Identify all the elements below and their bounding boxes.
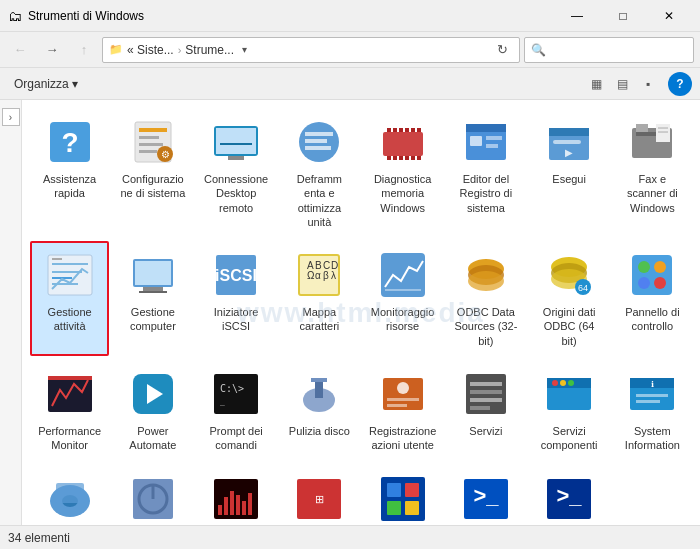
file-icon-powerautomate [127,368,179,420]
file-item-utilita-di[interactable]: Utilità di [113,465,192,525]
svg-rect-97 [470,390,502,394]
organize-button[interactable]: Organizza ▾ [8,75,84,93]
file-item-registrazione[interactable]: Registrazione azioni utente [363,360,442,461]
file-icon-psr [377,368,429,420]
file-item-mappa[interactable]: A B C D Ω α β λMappa caratteri [280,241,359,356]
help-button[interactable]: ? [668,72,692,96]
file-icon-sysinfo: ℹ [626,368,678,420]
file-icon-visualizer [210,473,262,525]
file-item-servizi-componenti[interactable]: Servizi componenti [530,360,609,461]
file-grid-container: www.html.media ?Assistenza rapida⚙Config… [22,100,700,525]
main-area: › www.html.media ?Assistenza rapida⚙Conf… [0,100,700,525]
file-label-fax: Fax e scanner di Windows [619,172,686,215]
file-item-servizi[interactable]: Servizi [446,360,525,461]
svg-rect-99 [470,406,490,410]
svg-text:>_: >_ [473,483,499,508]
close-button[interactable]: ✕ [646,0,692,32]
titlebar-title: Strumenti di Windows [28,9,554,23]
file-item-configurazione[interactable]: ⚙Configurazione di sistema [113,108,192,237]
file-item-system-info[interactable]: ℹSystem Information [613,360,692,461]
file-item-odbc32[interactable]: ODBC Data Sources (32-bit) [446,241,525,356]
sidebar-toggle[interactable]: › [2,108,20,126]
file-label-esegui: Esegui [552,172,586,186]
file-item-windows2[interactable]: Windows [363,465,442,525]
svg-rect-19 [393,128,397,132]
file-item-editor[interactable]: Editor del Registro di sistema [446,108,525,237]
toolbar: Organizza ▾ ▦ ▤ ▪ ? [0,68,700,100]
file-item-performance[interactable]: Performance Monitor [30,360,109,461]
svg-text:64: 64 [578,283,588,293]
view-controls: ▦ ▤ ▪ [584,72,660,96]
svg-text:β: β [323,270,329,281]
file-item-windows3[interactable]: >_Windows [446,465,525,525]
file-icon-fax [626,116,678,168]
svg-rect-20 [399,128,403,132]
file-item-odbc64[interactable]: 64Origini dati ODBC (64 bit) [530,241,609,356]
file-item-unita-di[interactable]: Unità di [30,465,109,525]
file-label-pannello: Pannello di controllo [619,305,686,334]
address-content: 📁 « Siste... › Strume... ▾ [109,43,491,57]
svg-text:▶: ▶ [565,147,573,158]
svg-rect-15 [305,139,327,143]
file-icon-cmd: C:\>_ [210,368,262,420]
view-large-icon-button[interactable]: ▦ [584,72,608,96]
titlebar-controls: — □ ✕ [554,0,692,32]
file-icon-remote [210,116,262,168]
file-item-gestione-computer[interactable]: Gestione computer [113,241,192,356]
file-item-pannello[interactable]: Pannello di controllo [613,241,692,356]
file-label-system-info: System Information [619,424,686,453]
svg-rect-117 [218,505,222,515]
statusbar: 34 elementi [0,525,700,549]
file-label-performance: Performance Monitor [36,424,103,453]
address-bar[interactable]: 📁 « Siste... › Strume... ▾ ↻ [102,37,520,63]
file-item-power-automate[interactable]: Power Automate [113,360,192,461]
back-button[interactable]: ← [6,36,34,64]
svg-text:?: ? [61,127,78,158]
file-item-fax[interactable]: Fax e scanner di Windows [613,108,692,237]
file-icon-util [127,473,179,525]
file-label-deframmenta: Deframm enta e ottimizza unità [286,172,353,229]
svg-rect-46 [52,263,88,265]
maximize-button[interactable]: □ [600,0,646,32]
file-item-windows1[interactable]: ⊞Windows [280,465,359,525]
file-item-iniziatore[interactable]: iSCSIIniziatore iSCSI [197,241,276,356]
file-item-assistenza[interactable]: ?Assistenza rapida [30,108,109,237]
view-list-button[interactable]: ▤ [610,72,634,96]
search-bar[interactable]: 🔍 [524,37,694,63]
file-label-servizi-componenti: Servizi componenti [536,424,603,453]
svg-rect-94 [387,404,407,407]
svg-text:α: α [315,270,321,281]
svg-rect-81 [48,376,92,412]
svg-point-104 [568,380,574,386]
view-detail-button[interactable]: ▪ [636,72,660,96]
file-item-deframmenta[interactable]: Deframm enta e ottimizza unità [280,108,359,237]
file-item-windows4[interactable]: >_Windows [530,465,609,525]
file-label-iniziatore: Iniziatore iSCSI [203,305,270,334]
svg-rect-11 [228,156,244,160]
svg-rect-29 [417,156,421,160]
forward-button[interactable]: → [38,36,66,64]
svg-rect-18 [387,128,391,132]
svg-rect-52 [135,261,171,285]
file-item-monitoraggio[interactable]: Monitoraggio risorse [363,241,442,356]
file-item-prompt[interactable]: C:\>_Prompt dei comandi [197,360,276,461]
minimize-button[interactable]: — [554,0,600,32]
svg-rect-28 [411,156,415,160]
file-icon-odbc32 [460,249,512,301]
svg-rect-31 [466,124,506,132]
file-item-esegui[interactable]: ▶Esegui [530,108,609,237]
file-icon-win2 [377,473,429,525]
svg-rect-23 [417,128,421,132]
up-button[interactable]: ↑ [70,36,98,64]
svg-text:Ω: Ω [307,270,315,281]
file-item-diagnostica[interactable]: Diagnostica memoria Windows [363,108,442,237]
file-item-gestione-attivita[interactable]: Gestione attività [30,241,109,356]
file-label-odbc32: ODBC Data Sources (32-bit) [452,305,519,348]
svg-rect-54 [139,291,167,293]
file-item-pulizia[interactable]: Pulizia disco [280,360,359,461]
file-item-visualizzat[interactable]: Visualizzat [197,465,276,525]
file-item-connessione[interactable]: Connessione Desktop remoto [197,108,276,237]
svg-rect-50 [52,258,62,260]
file-label-diagnostica: Diagnostica memoria Windows [369,172,436,215]
refresh-button[interactable]: ↻ [491,39,513,61]
